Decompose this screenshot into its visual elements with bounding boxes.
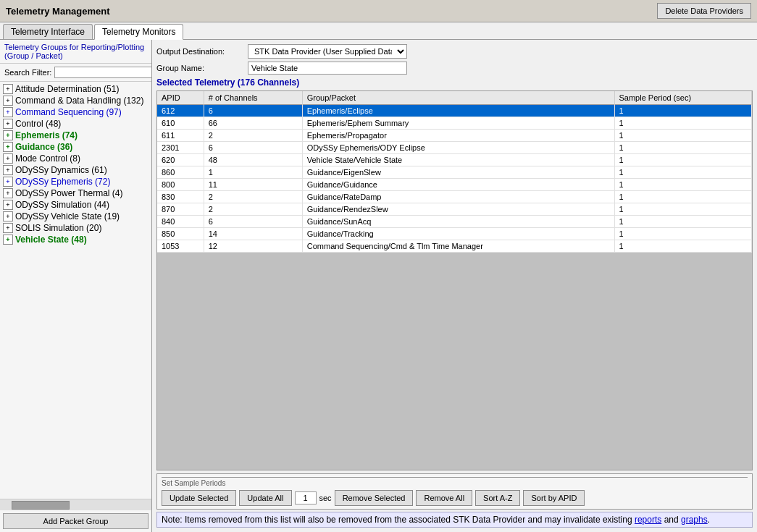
table-row[interactable]: 80011Guidance/Guidance1 <box>157 179 752 191</box>
reports-link[interactable]: reports <box>635 515 661 525</box>
update-all-button[interactable]: Update All <box>239 490 291 506</box>
expand-icon[interactable]: + <box>3 200 13 210</box>
tree-item-attitude-det[interactable]: +Attitude Determination (51) <box>0 83 151 95</box>
title-bar: Telemetry Management Delete Data Provide… <box>0 0 757 22</box>
output-dest-select[interactable]: STK Data Provider (User Supplied Data <box>248 44 407 59</box>
update-selected-button[interactable]: Update Selected <box>162 490 236 506</box>
cell-group_packet: Ephemeris/Propagator <box>302 130 614 142</box>
tree-item-control[interactable]: +Control (48) <box>0 118 151 130</box>
graphs-link[interactable]: graphs <box>681 515 708 525</box>
tree-item-ephemeris[interactable]: +Ephemeris (74) <box>0 130 151 141</box>
horizontal-scrollbar[interactable] <box>0 499 151 510</box>
expand-icon[interactable]: + <box>3 142 13 152</box>
tree-item-label: Command & Data Handling (132) <box>15 96 143 106</box>
tree-item-label: Ephemeris (74) <box>15 130 78 140</box>
table-row[interactable]: 62048Vehicle State/Vehicle State1 <box>157 154 752 166</box>
sec-label: sec <box>319 494 332 502</box>
sort-apid-button[interactable]: Sort by APID <box>523 490 585 506</box>
cell-channels: 6 <box>204 142 302 154</box>
tree-item-label: ODySSy Vehicle State (19) <box>15 211 120 221</box>
telemetry-table-container: APID # of Channels Group/Packet Sample P… <box>156 90 753 470</box>
table-row[interactable]: 105312Command Sequencing/Cmd & Tlm Time … <box>157 240 752 253</box>
table-row[interactable]: 8601Guidance/EigenSlew1 <box>157 166 752 179</box>
tree-item-vehicle-state[interactable]: +Vehicle State (48) <box>0 234 151 245</box>
expand-icon[interactable]: + <box>3 84 13 94</box>
scroll-thumb[interactable] <box>12 501 70 510</box>
tree-item-cmd-seq[interactable]: +Command Sequencing (97) <box>0 106 151 118</box>
cell-channels: 12 <box>204 240 302 253</box>
expand-icon[interactable]: + <box>3 177 13 187</box>
tree-item-mode-control[interactable]: +Mode Control (8) <box>0 153 151 164</box>
delete-data-providers-button[interactable]: Delete Data Providers <box>657 3 751 19</box>
cell-group_packet: Guidance/SunAcq <box>302 216 614 228</box>
sort-az-button[interactable]: Sort A-Z <box>475 490 520 506</box>
table-row[interactable]: 6126Ephemeris/Eclipse1 <box>157 105 752 117</box>
tree-item-odyssy-vehicle[interactable]: +ODySSy Vehicle State (19) <box>0 211 151 222</box>
table-row[interactable]: 8702Guidance/RendezSlew1 <box>157 203 752 216</box>
sec-input[interactable] <box>295 491 317 504</box>
cell-sample_period: 1 <box>614 240 752 253</box>
col-apid: APID <box>157 91 204 105</box>
tree-item-solis-sim[interactable]: +SOLIS Simulation (20) <box>0 222 151 234</box>
tree-item-guidance[interactable]: +Guidance (36) <box>0 141 151 153</box>
cell-channels: 1 <box>204 166 302 179</box>
table-row[interactable]: 8302Guidance/RateDamp1 <box>157 191 752 203</box>
cell-apid: 620 <box>157 154 204 166</box>
tab-telemetry-interface[interactable]: Telemetry Interface <box>3 24 93 39</box>
cell-channels: 11 <box>204 179 302 191</box>
tree-item-label: ODySSy Power Thermal (4) <box>15 188 122 198</box>
tree-item-odyssy-power[interactable]: +ODySSy Power Thermal (4) <box>0 187 151 199</box>
cell-sample_period: 1 <box>614 228 752 240</box>
tree-item-label: Command Sequencing (97) <box>15 107 122 117</box>
set-sample-periods-label: Set Sample Periods <box>162 477 748 487</box>
expand-icon[interactable]: + <box>3 165 13 175</box>
cell-group_packet: Ephemeris/Eclipse <box>302 105 614 117</box>
expand-icon[interactable]: + <box>3 96 13 106</box>
cell-apid: 860 <box>157 166 204 179</box>
tab-telemetry-monitors[interactable]: Telemetry Monitors <box>94 24 183 40</box>
tree-item-label: Attitude Determination (51) <box>15 84 119 94</box>
tree-item-odyssy-ephemeris[interactable]: +ODySSy Ephemeris (72) <box>0 176 151 187</box>
tree-item-label: Control (48) <box>15 119 61 129</box>
table-row[interactable]: 6112Ephemeris/Propagator1 <box>157 130 752 142</box>
expand-icon[interactable]: + <box>3 211 13 221</box>
table-row[interactable]: 85014Guidance/Tracking1 <box>157 228 752 240</box>
cell-group_packet: Vehicle State/Vehicle State <box>302 154 614 166</box>
cell-sample_period: 1 <box>614 130 752 142</box>
cell-apid: 611 <box>157 130 204 142</box>
cell-group_packet: Guidance/Guidance <box>302 179 614 191</box>
expand-icon[interactable]: + <box>3 235 13 245</box>
expand-icon[interactable]: + <box>3 107 13 117</box>
expand-icon[interactable]: + <box>3 119 13 129</box>
cell-sample_period: 1 <box>614 179 752 191</box>
expand-icon[interactable]: + <box>3 223 13 233</box>
cell-apid: 2301 <box>157 142 204 154</box>
group-name-input[interactable] <box>248 62 407 75</box>
tree-item-odyssy-dynamics[interactable]: +ODySSy Dynamics (61) <box>0 164 151 176</box>
main-layout: Telemetry Groups for Reporting/Plotting(… <box>0 40 757 532</box>
cell-channels: 48 <box>204 154 302 166</box>
cell-group_packet: Guidance/RateDamp <box>302 191 614 203</box>
tree-item-cmd-data[interactable]: +Command & Data Handling (132) <box>0 95 151 106</box>
cell-apid: 1053 <box>157 240 204 253</box>
table-row[interactable]: 8406Guidance/SunAcq1 <box>157 216 752 228</box>
remove-all-button[interactable]: Remove All <box>416 490 472 506</box>
note-and: and <box>661 515 681 525</box>
selected-telemetry-label: Selected Telemetry (176 Channels) <box>156 77 753 88</box>
table-row[interactable]: 23016ODySSy Ephemeris/ODY Eclipse1 <box>157 142 752 154</box>
tree-item-odyssy-sim[interactable]: +ODySSy Simulation (44) <box>0 199 151 211</box>
cell-apid: 870 <box>157 203 204 216</box>
left-panel: Telemetry Groups for Reporting/Plotting(… <box>0 40 152 532</box>
search-filter-input[interactable] <box>54 67 152 78</box>
expand-icon[interactable]: + <box>3 130 13 140</box>
expand-icon[interactable]: + <box>3 153 13 164</box>
cell-sample_period: 1 <box>614 154 752 166</box>
add-packet-group-button[interactable]: Add Packet Group <box>3 513 149 529</box>
expand-icon[interactable]: + <box>3 188 13 198</box>
cell-channels: 2 <box>204 191 302 203</box>
cell-channels: 6 <box>204 105 302 117</box>
cell-sample_period: 1 <box>614 203 752 216</box>
remove-selected-button[interactable]: Remove Selected <box>335 490 414 506</box>
table-row[interactable]: 61066Ephemeris/Ephem Summary1 <box>157 117 752 130</box>
telemetry-table: APID # of Channels Group/Packet Sample P… <box>157 91 752 253</box>
